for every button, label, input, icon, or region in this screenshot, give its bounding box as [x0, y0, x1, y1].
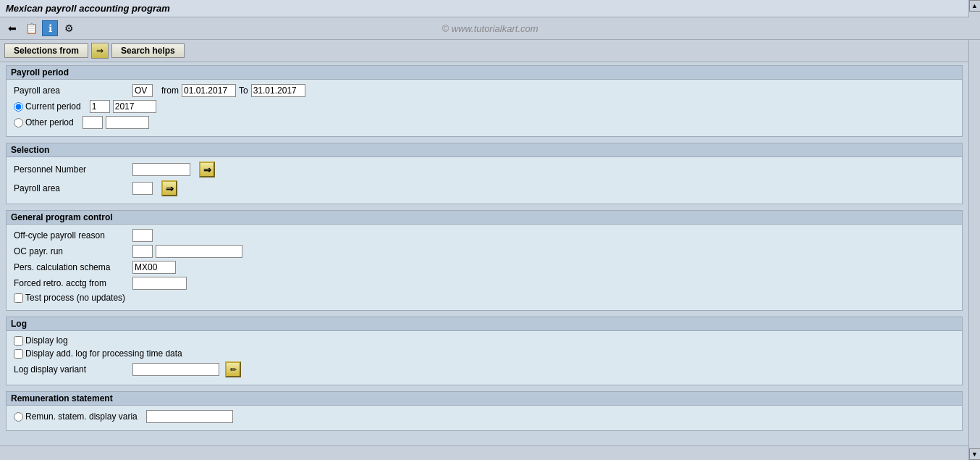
log-display-variant-row: Log display variant ✏: [14, 361, 955, 377]
general-program-control-header: General program control: [7, 211, 962, 225]
general-program-control-body: Off-cycle payroll reason OC payr. run Pe…: [7, 225, 962, 310]
current-period-radio[interactable]: [14, 102, 23, 112]
payroll-period-section: Payroll period Payroll area from To Curr…: [6, 65, 963, 137]
back-icon[interactable]: ⬅: [4, 20, 20, 36]
off-cycle-row: Off-cycle payroll reason: [14, 229, 955, 242]
other-period-year-input[interactable]: [106, 116, 149, 129]
payroll-area-row: Payroll area from To: [14, 84, 955, 97]
remuneration-statement-section: Remuneration statement Remun. statem. di…: [6, 391, 963, 431]
app-title: Mexican payroll accounting program: [6, 3, 170, 14]
test-process-label[interactable]: Test process (no updates): [14, 293, 125, 303]
search-helps-button[interactable]: Search helps: [111, 43, 185, 58]
scrollbar[interactable]: ▲ ▼: [968, 0, 980, 460]
current-period-num-input[interactable]: [90, 100, 110, 113]
remuneration-statement-header: Remuneration statement: [7, 392, 962, 406]
selection-section: Selection Personnel Number ⇒ Payroll are…: [6, 143, 963, 204]
selection-body: Personnel Number ⇒ Payroll area ⇒: [7, 157, 962, 204]
display-log-checkbox[interactable]: [14, 336, 23, 346]
title-bar: Mexican payroll accounting program: [0, 0, 980, 17]
pers-calc-schema-label: Pers. calculation schema: [14, 262, 130, 272]
payroll-period-body: Payroll area from To Current period: [7, 80, 962, 136]
main-content: Payroll period Payroll area from To Curr…: [0, 62, 968, 440]
payroll-period-header: Payroll period: [7, 66, 962, 80]
log-body: Display log Display add. log for process…: [7, 331, 962, 385]
other-period-num-input[interactable]: [83, 116, 103, 129]
from-label: from: [161, 85, 179, 96]
off-cycle-input[interactable]: [132, 229, 153, 242]
copy-icon[interactable]: 📋: [23, 20, 39, 36]
personnel-number-input[interactable]: [132, 163, 190, 176]
settings-icon[interactable]: ⚙: [61, 20, 77, 36]
display-log-label[interactable]: Display log: [14, 335, 68, 346]
to-date-input[interactable]: [251, 84, 305, 97]
display-add-log-row: Display add. log for processing time dat…: [14, 348, 955, 359]
personnel-number-row: Personnel Number ⇒: [14, 162, 955, 177]
other-period-row: Other period: [14, 116, 955, 129]
personnel-number-nav-btn[interactable]: ⇒: [199, 162, 215, 177]
scroll-up-arrow[interactable]: ▲: [969, 0, 981, 12]
info-icon[interactable]: ℹ: [42, 20, 58, 36]
display-add-log-checkbox[interactable]: [14, 349, 23, 359]
remuneration-statement-body: Remun. statem. display varia: [7, 406, 962, 430]
general-program-control-section: General program control Off-cycle payrol…: [6, 210, 963, 311]
watermark: © www.tutorialkart.com: [442, 23, 538, 34]
remun-statem-input[interactable]: [146, 410, 233, 423]
status-bar: [0, 446, 968, 460]
log-display-variant-input[interactable]: [132, 363, 219, 376]
oc-payr-run-label: OC payr. run: [14, 246, 130, 256]
current-period-label[interactable]: Current period: [14, 101, 81, 112]
remun-statem-radio[interactable]: [14, 412, 23, 422]
selection-payroll-area-row: Payroll area ⇒: [14, 180, 955, 196]
display-log-row: Display log: [14, 335, 955, 346]
other-period-label[interactable]: Other period: [14, 117, 74, 127]
scroll-down-arrow[interactable]: ▼: [969, 448, 981, 460]
selection-payroll-area-input[interactable]: [132, 182, 153, 195]
log-header: Log: [7, 317, 962, 331]
oc-payr-run-input2[interactable]: [156, 245, 242, 258]
test-process-row: Test process (no updates): [14, 293, 955, 303]
selection-payroll-area-label: Payroll area: [14, 183, 130, 193]
pers-calc-schema-input[interactable]: [132, 261, 176, 274]
current-period-row: Current period: [14, 100, 955, 113]
off-cycle-label: Off-cycle payroll reason: [14, 230, 130, 241]
selection-header: Selection: [7, 143, 962, 157]
action-bar: Selections from ⇒ Search helps: [0, 40, 980, 62]
log-display-variant-label: Log display variant: [14, 364, 130, 375]
log-variant-edit-btn[interactable]: ✏: [225, 361, 241, 377]
other-period-radio[interactable]: [14, 118, 23, 127]
test-process-checkbox[interactable]: [14, 293, 23, 303]
forced-retro-label: Forced retro. acctg from: [14, 278, 130, 288]
payroll-area-input[interactable]: [132, 84, 153, 97]
toolbar: ⬅ 📋 ℹ ⚙ © www.tutorialkart.com: [0, 17, 980, 40]
forced-retro-row: Forced retro. acctg from: [14, 277, 955, 290]
navigation-arrow[interactable]: ⇒: [91, 43, 109, 59]
to-label: To: [239, 85, 248, 96]
remun-statem-row: Remun. statem. display varia: [14, 410, 955, 423]
selection-payroll-area-nav-btn[interactable]: ⇒: [161, 180, 177, 196]
oc-payr-run-input1[interactable]: [132, 245, 153, 258]
forced-retro-input[interactable]: [132, 277, 187, 290]
personnel-number-label: Personnel Number: [14, 164, 130, 175]
remun-statem-label[interactable]: Remun. statem. display varia: [14, 411, 138, 422]
log-section: Log Display log Display add. log for pro…: [6, 317, 963, 385]
current-period-year-input[interactable]: [113, 100, 156, 113]
selections-from-button[interactable]: Selections from: [4, 43, 88, 58]
payroll-area-label: Payroll area: [14, 85, 130, 96]
oc-payr-run-row: OC payr. run: [14, 245, 955, 258]
from-date-input[interactable]: [182, 84, 236, 97]
display-add-log-label[interactable]: Display add. log for processing time dat…: [14, 348, 182, 359]
pers-calc-schema-row: Pers. calculation schema: [14, 261, 955, 274]
